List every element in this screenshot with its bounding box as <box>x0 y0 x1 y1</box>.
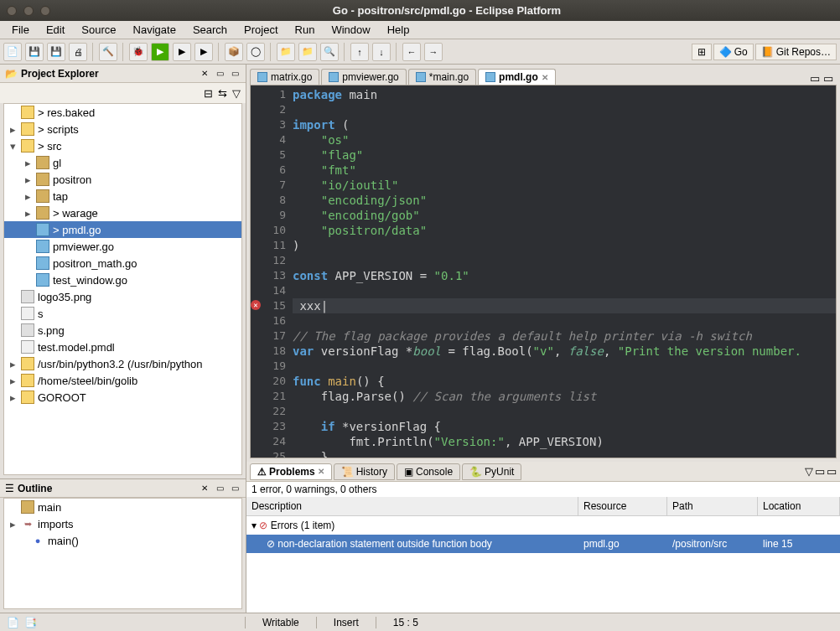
save-all-button[interactable]: 💾 <box>47 43 65 61</box>
expand-arrow-icon[interactable]: ▸ <box>8 391 18 404</box>
new-type-button[interactable]: ◯ <box>246 43 265 61</box>
outline-item[interactable]: main <box>4 499 241 515</box>
tree-item[interactable]: ▸GOROOT <box>4 389 241 406</box>
print-button[interactable]: 🖨 <box>69 43 87 61</box>
tree-item[interactable]: positron_math.go <box>4 255 241 272</box>
save-button[interactable]: 💾 <box>25 43 44 61</box>
build-button[interactable]: 🔨 <box>99 43 117 61</box>
problems-table[interactable]: Description Resource Path Location ▾ ⊘ E… <box>246 497 840 613</box>
tree-item[interactable]: ▸> warage <box>4 204 241 221</box>
problem-item-row[interactable]: ⊘ non-declaration statement outside func… <box>246 535 840 553</box>
problems-group-row[interactable]: ▾ ⊘ Errors (1 item) <box>246 516 840 535</box>
open-task-button[interactable]: 📁 <box>298 43 317 61</box>
file-menu[interactable]: File <box>5 22 36 38</box>
bottom-max-button[interactable]: ▭ <box>827 465 837 478</box>
open-type-button[interactable]: 📁 <box>277 43 295 61</box>
editor-tab-pmdl[interactable]: pmdl.go✕ <box>478 69 556 85</box>
forward-button[interactable]: → <box>424 43 443 61</box>
expand-arrow-icon[interactable]: ▸ <box>8 375 18 387</box>
history-icon: 📜 <box>341 466 354 478</box>
expand-arrow-icon[interactable]: ▸ <box>8 358 18 370</box>
tree-item[interactable]: logo35.png <box>4 288 241 305</box>
collapse-all-button[interactable]: ⊟ <box>204 87 213 100</box>
back-button[interactable]: ← <box>402 43 421 61</box>
tree-item[interactable]: ▾> src <box>4 137 241 154</box>
link-editor-button[interactable]: ⇆ <box>218 87 227 100</box>
close-tab-button[interactable]: ✕ <box>542 73 548 82</box>
tree-item[interactable]: test_window.go <box>4 272 241 288</box>
bottom-menu-button[interactable]: ▽ <box>805 465 813 478</box>
menubar: File Edit Source Navigate Search Project… <box>0 21 840 39</box>
annotation-next-button[interactable]: ↓ <box>372 43 391 61</box>
editor-minimize-button[interactable]: ▭ <box>810 72 820 85</box>
line-number-gutter[interactable]: 123456789101112131415✕161718192021222324… <box>262 85 289 458</box>
annotation-prev-button[interactable]: ↑ <box>350 43 369 61</box>
status-icon-2[interactable]: 📑 <box>24 617 37 628</box>
outline-tree[interactable]: main ▸➥imports ●main() <box>3 498 242 609</box>
outline-min-button[interactable]: ▭ <box>214 483 226 494</box>
tree-item[interactable]: pmviewer.go <box>4 238 241 255</box>
expand-arrow-icon[interactable]: ▸ <box>23 190 33 203</box>
console-tab[interactable]: ▣Console <box>397 463 460 480</box>
pyunit-tab[interactable]: 🐍PyUnit <box>462 463 521 480</box>
problems-tab[interactable]: ⚠Problems✕ <box>250 463 332 480</box>
edit-menu[interactable]: Edit <box>39 22 71 38</box>
history-tab[interactable]: 📜History <box>334 463 395 480</box>
project-explorer-tree[interactable]: > res.baked▸> scripts▾> src▸gl▸positron▸… <box>3 103 242 475</box>
outline-item[interactable]: ▸➥imports <box>4 515 241 532</box>
code-editor[interactable]: 123456789101112131415✕161718192021222324… <box>250 85 837 458</box>
git-perspective-button[interactable]: 📙Git Repos… <box>755 44 837 60</box>
expand-arrow-icon[interactable]: ▸ <box>23 173 33 186</box>
go-perspective-button[interactable]: 🔷Go <box>713 44 754 60</box>
new-package-button[interactable]: 📦 <box>225 43 243 61</box>
window-menu[interactable]: Window <box>324 22 376 38</box>
close-window-button[interactable] <box>7 6 17 16</box>
debug-button[interactable]: 🐞 <box>129 43 148 61</box>
view-menu-button[interactable]: ▽ <box>232 87 241 100</box>
ext-tools-button[interactable]: ▶ <box>194 43 213 61</box>
view-close-button[interactable]: ✕ <box>199 68 210 80</box>
run-menu[interactable]: Run <box>288 22 322 38</box>
maximize-window-button[interactable] <box>40 6 50 16</box>
perspective-open-button[interactable]: ⊞ <box>692 44 712 60</box>
minimize-window-button[interactable] <box>23 6 34 16</box>
outline-max-button[interactable]: ▭ <box>229 483 241 494</box>
status-icon-1[interactable]: 📄 <box>7 617 19 628</box>
bottom-min-button[interactable]: ▭ <box>815 465 825 478</box>
tree-item[interactable]: > pmdl.go <box>4 221 241 238</box>
tree-item[interactable]: > res.baked <box>4 104 241 121</box>
close-button[interactable]: ✕ <box>318 467 324 476</box>
help-menu[interactable]: Help <box>381 22 417 38</box>
error-marker-icon[interactable]: ✕ <box>251 300 261 310</box>
tree-item[interactable]: test.model.pmdl <box>4 339 241 355</box>
tree-item[interactable]: ▸gl <box>4 154 241 171</box>
view-maximize-button[interactable]: ▭ <box>229 68 241 80</box>
outline-item[interactable]: ●main() <box>4 532 241 549</box>
package-icon <box>21 500 34 514</box>
tree-item[interactable]: s <box>4 305 241 322</box>
outline-close-button[interactable]: ✕ <box>199 483 210 494</box>
search-menu[interactable]: Search <box>186 22 234 38</box>
new-button[interactable]: 📄 <box>3 43 22 61</box>
expand-arrow-icon[interactable]: ▾ <box>8 140 18 153</box>
tree-item[interactable]: s.png <box>4 322 241 339</box>
expand-arrow-icon[interactable]: ▸ <box>8 123 18 136</box>
expand-arrow-icon[interactable]: ▸ <box>23 157 33 169</box>
tree-item[interactable]: ▸tap <box>4 188 241 204</box>
tree-item[interactable]: ▸/home/steel/bin/golib <box>4 372 241 389</box>
expand-arrow-icon[interactable]: ▸ <box>23 207 33 220</box>
run-button[interactable]: ▶ <box>151 43 169 61</box>
navigate-menu[interactable]: Navigate <box>127 22 183 38</box>
tree-item[interactable]: ▸> scripts <box>4 121 241 137</box>
coverage-button[interactable]: ▶ <box>173 43 191 61</box>
tree-item[interactable]: ▸positron <box>4 171 241 188</box>
search-button[interactable]: 🔍 <box>320 43 339 61</box>
editor-tab-matrix[interactable]: matrix.go <box>250 69 319 85</box>
editor-maximize-button[interactable]: ▭ <box>823 72 833 85</box>
tree-item[interactable]: ▸/usr/bin/python3.2 (/usr/bin/python <box>4 355 241 372</box>
view-minimize-button[interactable]: ▭ <box>214 68 226 80</box>
project-menu[interactable]: Project <box>237 22 284 38</box>
editor-tab-pmviewer[interactable]: pmviewer.go <box>321 69 406 85</box>
source-menu[interactable]: Source <box>75 22 122 38</box>
editor-tab-main[interactable]: *main.go <box>408 69 476 85</box>
